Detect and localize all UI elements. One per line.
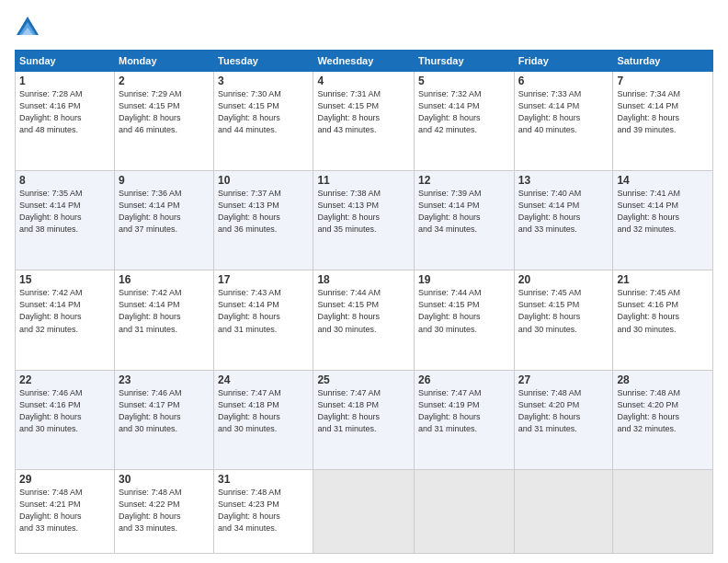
- calendar-cell: 26Sunrise: 7:47 AMSunset: 4:19 PMDayligh…: [415, 370, 515, 469]
- day-info: Sunrise: 7:48 AMSunset: 4:23 PMDaylight:…: [218, 487, 309, 534]
- header: [15, 15, 713, 40]
- day-info: Sunrise: 7:48 AMSunset: 4:21 PMDaylight:…: [19, 487, 110, 534]
- calendar-cell: 15Sunrise: 7:42 AMSunset: 4:14 PMDayligh…: [16, 270, 115, 370]
- calendar-cell: 21Sunrise: 7:45 AMSunset: 4:16 PMDayligh…: [613, 270, 713, 370]
- day-info: Sunrise: 7:48 AMSunset: 4:20 PMDaylight:…: [518, 387, 609, 435]
- calendar-cell: 11Sunrise: 7:38 AMSunset: 4:13 PMDayligh…: [313, 171, 415, 270]
- day-info: Sunrise: 7:47 AMSunset: 4:18 PMDaylight:…: [218, 387, 309, 435]
- day-info: Sunrise: 7:42 AMSunset: 4:14 PMDaylight:…: [19, 287, 110, 335]
- day-header-monday: Monday: [114, 51, 213, 72]
- calendar-cell: 7Sunrise: 7:34 AMSunset: 4:14 PMDaylight…: [613, 72, 713, 171]
- calendar-cell: 10Sunrise: 7:37 AMSunset: 4:13 PMDayligh…: [214, 171, 313, 270]
- calendar-cell: 25Sunrise: 7:47 AMSunset: 4:18 PMDayligh…: [313, 370, 415, 469]
- calendar-cell: 20Sunrise: 7:45 AMSunset: 4:15 PMDayligh…: [514, 270, 613, 370]
- calendar-cell: [313, 469, 415, 553]
- calendar-cell: 13Sunrise: 7:40 AMSunset: 4:14 PMDayligh…: [514, 171, 613, 270]
- day-number: 30: [119, 473, 210, 486]
- day-number: 11: [317, 174, 410, 187]
- day-info: Sunrise: 7:46 AMSunset: 4:16 PMDaylight:…: [19, 387, 110, 435]
- page: SundayMondayTuesdayWednesdayThursdayFrid…: [0, 0, 728, 563]
- calendar-cell: 14Sunrise: 7:41 AMSunset: 4:14 PMDayligh…: [613, 171, 713, 270]
- calendar-cell: 18Sunrise: 7:44 AMSunset: 4:15 PMDayligh…: [313, 270, 415, 370]
- calendar-cell: 12Sunrise: 7:39 AMSunset: 4:14 PMDayligh…: [415, 171, 515, 270]
- calendar-cell: 31Sunrise: 7:48 AMSunset: 4:23 PMDayligh…: [214, 469, 313, 553]
- day-number: 24: [218, 373, 309, 386]
- calendar-cell: 8Sunrise: 7:35 AMSunset: 4:14 PMDaylight…: [16, 171, 115, 270]
- calendar-cell: 23Sunrise: 7:46 AMSunset: 4:17 PMDayligh…: [114, 370, 213, 469]
- calendar-cell: 24Sunrise: 7:47 AMSunset: 4:18 PMDayligh…: [214, 370, 313, 469]
- day-info: Sunrise: 7:45 AMSunset: 4:15 PMDaylight:…: [518, 287, 609, 335]
- day-number: 20: [518, 273, 609, 286]
- day-info: Sunrise: 7:48 AMSunset: 4:22 PMDaylight:…: [119, 487, 210, 534]
- day-number: 17: [218, 273, 309, 286]
- day-number: 3: [218, 75, 309, 87]
- day-info: Sunrise: 7:44 AMSunset: 4:15 PMDaylight:…: [317, 287, 410, 335]
- day-info: Sunrise: 7:28 AMSunset: 4:16 PMDaylight:…: [19, 88, 110, 136]
- day-info: Sunrise: 7:32 AMSunset: 4:14 PMDaylight:…: [418, 88, 510, 136]
- calendar-cell: 1Sunrise: 7:28 AMSunset: 4:16 PMDaylight…: [16, 72, 115, 171]
- day-header-thursday: Thursday: [415, 51, 515, 72]
- calendar-cell: 6Sunrise: 7:33 AMSunset: 4:14 PMDaylight…: [514, 72, 613, 171]
- day-number: 5: [418, 75, 510, 87]
- day-info: Sunrise: 7:39 AMSunset: 4:14 PMDaylight:…: [418, 188, 510, 236]
- day-header-sunday: Sunday: [16, 51, 115, 72]
- calendar-cell: 2Sunrise: 7:29 AMSunset: 4:15 PMDaylight…: [114, 72, 213, 171]
- day-number: 13: [518, 174, 609, 187]
- day-number: 16: [119, 273, 210, 286]
- day-info: Sunrise: 7:46 AMSunset: 4:17 PMDaylight:…: [119, 387, 210, 435]
- day-info: Sunrise: 7:47 AMSunset: 4:19 PMDaylight:…: [418, 387, 510, 435]
- day-info: Sunrise: 7:29 AMSunset: 4:15 PMDaylight:…: [119, 88, 210, 136]
- day-info: Sunrise: 7:45 AMSunset: 4:16 PMDaylight:…: [617, 287, 709, 335]
- calendar-cell: 3Sunrise: 7:30 AMSunset: 4:15 PMDaylight…: [214, 72, 313, 171]
- calendar-cell: 4Sunrise: 7:31 AMSunset: 4:15 PMDaylight…: [313, 72, 415, 171]
- day-number: 18: [317, 273, 410, 286]
- day-header-tuesday: Tuesday: [214, 51, 313, 72]
- day-number: 10: [218, 174, 309, 187]
- day-number: 26: [418, 373, 510, 386]
- day-info: Sunrise: 7:41 AMSunset: 4:14 PMDaylight:…: [617, 188, 709, 236]
- calendar-cell: 22Sunrise: 7:46 AMSunset: 4:16 PMDayligh…: [16, 370, 115, 469]
- day-number: 29: [19, 473, 110, 486]
- calendar: SundayMondayTuesdayWednesdayThursdayFrid…: [15, 50, 713, 554]
- day-number: 14: [617, 174, 709, 187]
- day-info: Sunrise: 7:35 AMSunset: 4:14 PMDaylight:…: [19, 188, 110, 236]
- day-number: 15: [19, 273, 110, 286]
- day-number: 1: [19, 75, 110, 87]
- day-number: 27: [518, 373, 609, 386]
- day-info: Sunrise: 7:30 AMSunset: 4:15 PMDaylight:…: [218, 88, 309, 136]
- day-number: 6: [518, 75, 609, 87]
- day-info: Sunrise: 7:47 AMSunset: 4:18 PMDaylight:…: [317, 387, 410, 435]
- day-info: Sunrise: 7:38 AMSunset: 4:13 PMDaylight:…: [317, 188, 410, 236]
- logo-icon: [15, 15, 40, 40]
- day-info: Sunrise: 7:43 AMSunset: 4:14 PMDaylight:…: [218, 287, 309, 335]
- calendar-cell: 17Sunrise: 7:43 AMSunset: 4:14 PMDayligh…: [214, 270, 313, 370]
- day-info: Sunrise: 7:42 AMSunset: 4:14 PMDaylight:…: [119, 287, 210, 335]
- day-header-friday: Friday: [514, 51, 613, 72]
- calendar-cell: [514, 469, 613, 553]
- day-info: Sunrise: 7:33 AMSunset: 4:14 PMDaylight:…: [518, 88, 609, 136]
- calendar-cell: 27Sunrise: 7:48 AMSunset: 4:20 PMDayligh…: [514, 370, 613, 469]
- day-number: 19: [418, 273, 510, 286]
- day-number: 31: [218, 473, 309, 486]
- day-info: Sunrise: 7:48 AMSunset: 4:20 PMDaylight:…: [617, 387, 709, 435]
- day-header-wednesday: Wednesday: [313, 51, 415, 72]
- calendar-cell: 28Sunrise: 7:48 AMSunset: 4:20 PMDayligh…: [613, 370, 713, 469]
- calendar-cell: 30Sunrise: 7:48 AMSunset: 4:22 PMDayligh…: [114, 469, 213, 553]
- logo: [15, 15, 46, 40]
- day-number: 21: [617, 273, 709, 286]
- calendar-cell: 29Sunrise: 7:48 AMSunset: 4:21 PMDayligh…: [16, 469, 115, 553]
- day-number: 4: [317, 75, 410, 87]
- day-number: 12: [418, 174, 510, 187]
- calendar-cell: 19Sunrise: 7:44 AMSunset: 4:15 PMDayligh…: [415, 270, 515, 370]
- calendar-cell: [415, 469, 515, 553]
- calendar-cell: 9Sunrise: 7:36 AMSunset: 4:14 PMDaylight…: [114, 171, 213, 270]
- day-number: 28: [617, 373, 709, 386]
- day-number: 8: [19, 174, 110, 187]
- day-number: 25: [317, 373, 410, 386]
- calendar-cell: 5Sunrise: 7:32 AMSunset: 4:14 PMDaylight…: [415, 72, 515, 171]
- calendar-cell: 16Sunrise: 7:42 AMSunset: 4:14 PMDayligh…: [114, 270, 213, 370]
- day-info: Sunrise: 7:34 AMSunset: 4:14 PMDaylight:…: [617, 88, 709, 136]
- day-info: Sunrise: 7:40 AMSunset: 4:14 PMDaylight:…: [518, 188, 609, 236]
- day-info: Sunrise: 7:37 AMSunset: 4:13 PMDaylight:…: [218, 188, 309, 236]
- day-info: Sunrise: 7:44 AMSunset: 4:15 PMDaylight:…: [418, 287, 510, 335]
